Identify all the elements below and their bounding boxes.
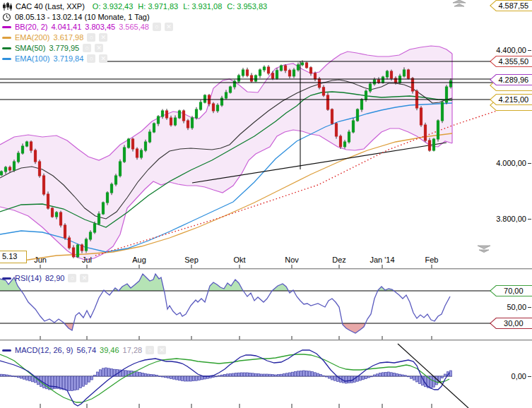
indicator-color-dash (2, 47, 11, 49)
indicator-color-dash (2, 26, 11, 28)
price-marker-label: 70,00 (490, 285, 532, 296)
price-marker-label: 4.355,50 (490, 56, 532, 67)
indicator-settings-icon[interactable]: ○ (87, 54, 95, 63)
indicator-value: 39,46 (100, 346, 119, 354)
instrument-legend-row: CAC 40 (Last, XXP) O: 3.932,43 H: 3.971,… (2, 1, 267, 11)
charting-app: CAC 40 (Last, XXP) O: 3.932,43 H: 3.971,… (0, 0, 532, 408)
indicator-name: EMA(200) (15, 33, 50, 42)
month-axis-label: Jul (82, 256, 92, 264)
price-marker-label: 4.215,00 (490, 94, 532, 105)
indicator-legend-row: SMA(50)3.779,95○✕ (2, 43, 103, 53)
axis-tick-label: 4.400,00 (496, 45, 526, 55)
indicator-name: MACD(12, 26, 9) (15, 346, 73, 354)
indicator-color-dash (2, 37, 11, 39)
candlestick-chart-icon (2, 2, 12, 11)
indicator-value: 82,90 (45, 274, 65, 282)
timeframe-legend-row: 08.05.13 - 13.02.14 (10 Monate, 1 Tag) (2, 12, 150, 22)
indicator-legend-row: EMA(200)3.617,98○✕ (2, 32, 107, 42)
rsi-legend-row: RSI(14)82,90○✕ (2, 273, 88, 283)
price-marker-label: 4.587,55 (490, 0, 532, 11)
month-axis-label: Aug (132, 256, 146, 264)
indicator-close-icon[interactable]: ✕ (99, 54, 107, 63)
indicator-color-dash (2, 58, 11, 60)
indicator-legend-row: EMA(100)3.719,84○✕ (2, 54, 107, 64)
indicator-value: 56,74 (77, 346, 97, 354)
axis-tick-label: 4.000,00 (496, 158, 526, 168)
month-axis-label: Sep (184, 256, 199, 264)
month-axis-label: Okt (233, 256, 245, 264)
indicator-value: 3.617,98 (54, 33, 84, 42)
instrument-title: CAC 40 (Last, XXP) (16, 2, 85, 11)
indicator-close-icon[interactable]: ✕ (80, 274, 88, 282)
indicator-value: 17,28 (123, 346, 143, 354)
indicator-value: 3.565,48 (119, 23, 149, 31)
ohlc-high: H: 3.971,83 (138, 2, 178, 11)
ohlc-low: L: 3.931,08 (183, 2, 222, 11)
ohlc-open: O: 3.932,43 (93, 2, 134, 11)
indicator-settings-icon[interactable]: ○ (83, 44, 91, 52)
axis-tick-label: 0,00 (512, 371, 526, 381)
macd-histogram (1, 368, 452, 391)
scroll-arrows (453, 0, 490, 253)
indicator-close-icon[interactable]: ✕ (158, 346, 166, 354)
price-marker-label: 30,00 (490, 318, 532, 329)
indicator-name: EMA(100) (15, 54, 50, 63)
scroll-down-arrow[interactable] (478, 246, 490, 253)
macd-legend-row: MACD(12, 26, 9)56,7439,4617,28○✕ (2, 345, 166, 355)
indicator-legend-row: BB(20, 2)4.041,413.803,453.565,48○✕ (2, 22, 173, 32)
indicator-name: BB(20, 2) (15, 23, 47, 31)
month-axis-label: Jan '14 (370, 256, 394, 264)
timeframe-label: 08.05.13 - 13.02.14 (10 Monate, 1 Tag) (15, 13, 150, 21)
axis-tick-label: 3.800,00 (496, 214, 526, 224)
axis-tick-label: 50,00 (507, 302, 526, 312)
indicator-value: 3.719,84 (54, 54, 84, 63)
ohlc-close: C: 3.953,83 (227, 2, 267, 11)
indicator-name: RSI(14) (15, 274, 42, 282)
month-axis-label: Jun (34, 256, 47, 264)
clock-icon (2, 13, 11, 22)
indicator-close-icon[interactable]: ✕ (95, 44, 103, 52)
indicator-name: SMA(50) (15, 44, 45, 52)
indicator-settings-icon[interactable]: ○ (68, 274, 76, 282)
indicator-settings-icon[interactable]: ○ (87, 33, 95, 42)
indicator-value: 4.041,41 (51, 23, 81, 31)
indicator-settings-icon[interactable]: ○ (146, 346, 154, 354)
axis-start-date-label: 5.13 (0, 251, 27, 263)
month-axis-label: Dez (332, 256, 346, 264)
indicator-value: 3.803,45 (85, 23, 115, 31)
indicator-color-dash (2, 277, 11, 280)
indicator-settings-icon[interactable]: ○ (153, 23, 161, 31)
month-axis-label: Nov (285, 256, 299, 264)
scroll-up-arrow[interactable] (453, 0, 466, 6)
month-axis-label: Feb (425, 256, 439, 264)
price-marker-label: 4.289,96 (490, 74, 532, 85)
indicator-value: 3.779,95 (49, 44, 79, 52)
indicator-close-icon[interactable]: ✕ (165, 23, 173, 31)
indicator-close-icon[interactable]: ✕ (99, 33, 107, 42)
indicator-color-dash (2, 349, 11, 352)
